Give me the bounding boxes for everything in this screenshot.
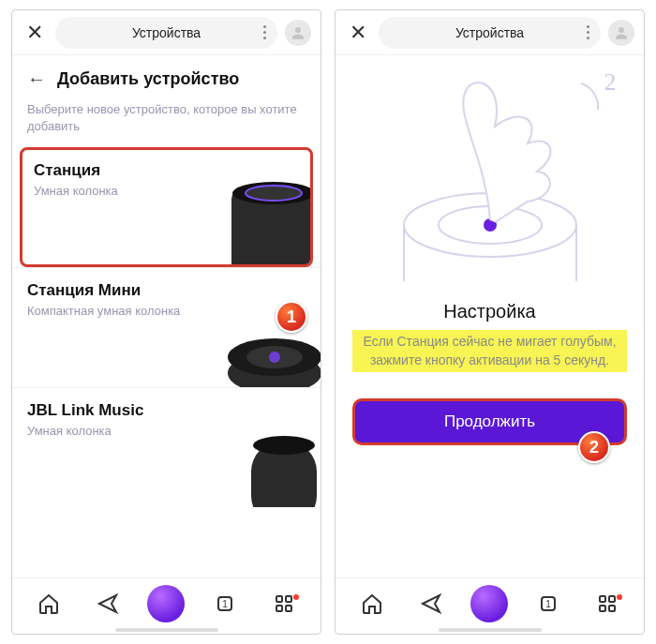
bottom-nav: 1 bbox=[12, 577, 321, 628]
kebab-icon[interactable] bbox=[587, 25, 589, 39]
tabs-icon[interactable]: 1 bbox=[206, 592, 244, 615]
svg-point-0 bbox=[295, 27, 301, 33]
svg-rect-15 bbox=[286, 606, 291, 611]
apps-icon[interactable] bbox=[589, 592, 626, 615]
svg-rect-13 bbox=[286, 596, 291, 602]
step-number: 2 bbox=[604, 68, 617, 97]
svg-rect-22 bbox=[600, 596, 605, 602]
svg-rect-25 bbox=[609, 606, 615, 611]
page-title-pill[interactable]: Устройства bbox=[55, 17, 277, 49]
topbar: ✕ Устройства bbox=[335, 10, 644, 55]
kebab-icon[interactable] bbox=[263, 25, 266, 39]
svg-point-3 bbox=[246, 186, 302, 201]
screen-setup: ✕ Устройства 2 Настройка Если Станция се… bbox=[335, 9, 645, 635]
close-icon[interactable]: ✕ bbox=[345, 21, 371, 45]
page-title: Устройства bbox=[455, 25, 524, 40]
setup-body: 2 Настройка Если Станция сейчас не мигае… bbox=[335, 55, 644, 577]
bottom-nav: 1 bbox=[335, 577, 644, 628]
close-icon[interactable]: ✕ bbox=[22, 21, 48, 45]
avatar[interactable] bbox=[285, 20, 311, 46]
avatar[interactable] bbox=[608, 20, 634, 46]
device-card-station-mini[interactable]: Станция Мини Компактная умная колонка bbox=[12, 267, 321, 387]
tabs-icon[interactable]: 1 bbox=[529, 592, 567, 615]
press-illustration: 2 bbox=[364, 61, 617, 295]
svg-point-16 bbox=[619, 27, 624, 33]
callout-badge-1: 1 bbox=[276, 301, 307, 333]
page-title-pill[interactable]: Устройства bbox=[379, 17, 601, 49]
page-title: Устройства bbox=[132, 25, 201, 40]
device-card-station[interactable]: Станция Умная колонка bbox=[20, 147, 313, 267]
continue-label: Продолжить bbox=[444, 412, 535, 431]
svg-point-9 bbox=[253, 436, 315, 455]
setup-message: Если Станция сейчас не мигает голубым, з… bbox=[352, 330, 627, 372]
send-icon[interactable] bbox=[412, 592, 450, 615]
alice-orb-icon[interactable] bbox=[470, 585, 508, 622]
svg-rect-23 bbox=[609, 596, 615, 602]
subheader: ← Добавить устройство bbox=[12, 55, 321, 97]
svg-point-7 bbox=[269, 352, 280, 363]
back-icon[interactable]: ← bbox=[27, 68, 46, 90]
home-icon[interactable] bbox=[353, 592, 391, 615]
speaker-icon bbox=[194, 171, 313, 267]
device-list: Станция Умная колонка Станция Мини Компа… bbox=[12, 147, 321, 577]
svg-text:1: 1 bbox=[545, 599, 551, 609]
svg-text:1: 1 bbox=[222, 599, 228, 609]
alice-orb-icon[interactable] bbox=[147, 585, 185, 622]
apps-icon[interactable] bbox=[265, 592, 303, 615]
svg-rect-14 bbox=[276, 606, 282, 611]
device-card-jbl[interactable]: JBL Link Music Умная колонка bbox=[12, 387, 321, 507]
setup-title: Настройка bbox=[443, 301, 535, 322]
home-indicator bbox=[12, 628, 321, 634]
callout-badge-2: 2 bbox=[578, 431, 610, 463]
svg-rect-24 bbox=[600, 606, 605, 611]
speaker-icon bbox=[204, 413, 321, 507]
screen-add-device: ✕ Устройства ← Добавить устройство Выбер… bbox=[11, 9, 321, 635]
send-icon[interactable] bbox=[89, 592, 127, 615]
home-icon[interactable] bbox=[30, 592, 67, 615]
svg-rect-12 bbox=[276, 596, 282, 602]
subheader-title: Добавить устройство bbox=[57, 69, 239, 89]
home-indicator bbox=[335, 628, 644, 634]
topbar: ✕ Устройства bbox=[12, 10, 321, 55]
hint-text: Выберите новое устройство, которое вы хо… bbox=[12, 97, 321, 147]
